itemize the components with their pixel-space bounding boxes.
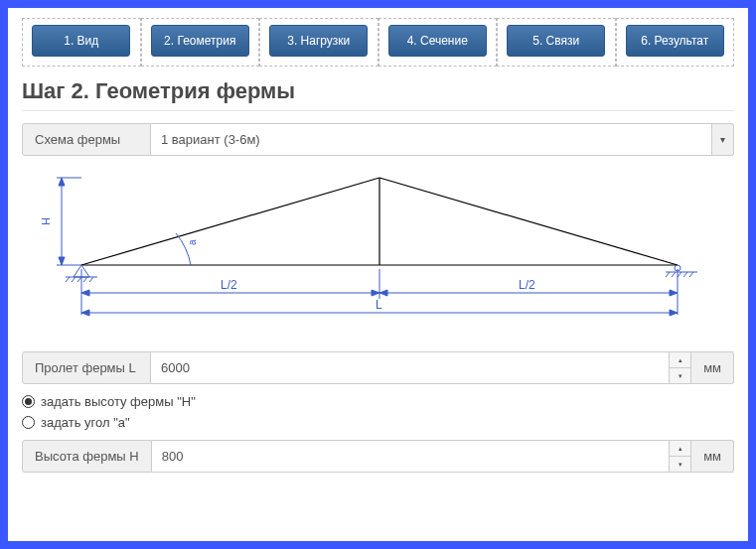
tab-view[interactable]: 1. Вид — [32, 25, 130, 57]
span-label: Пролет фермы L — [22, 351, 151, 384]
scheme-row: Схема фермы 1 вариант (3-6м) ▾ — [22, 123, 734, 156]
step-tabs: 1. Вид 2. Геометрия 3. Нагрузки 4. Сечен… — [22, 18, 734, 67]
svg-line-33 — [689, 272, 693, 277]
svg-line-1 — [81, 178, 379, 265]
svg-marker-16 — [379, 290, 387, 296]
span-unit: мм — [691, 351, 734, 384]
span-label-diagram: L — [376, 298, 382, 312]
svg-marker-7 — [59, 178, 65, 186]
svg-line-30 — [672, 272, 676, 277]
svg-line-24 — [72, 277, 76, 282]
tab-bracing[interactable]: 5. Связи — [507, 25, 605, 57]
tab-result[interactable]: 6. Результат — [626, 25, 724, 57]
svg-marker-19 — [81, 310, 89, 316]
svg-marker-17 — [670, 290, 678, 296]
svg-marker-8 — [59, 257, 65, 265]
span-row: Пролет фермы L 6000 ▴▾ мм — [22, 351, 734, 384]
half-span-left: L/2 — [221, 278, 237, 292]
support-roller-icon — [666, 265, 697, 277]
radio-icon — [22, 395, 35, 408]
svg-marker-14 — [81, 290, 89, 296]
height-input[interactable]: 800 — [152, 440, 670, 473]
height-label: Высота фермы H — [22, 440, 152, 473]
radio-by-angle-label: задать угол "a" — [41, 415, 130, 430]
height-spinner[interactable]: ▴▾ — [670, 440, 691, 473]
svg-marker-20 — [670, 310, 678, 316]
radio-icon — [22, 416, 35, 429]
chevron-down-icon[interactable]: ▾ — [670, 368, 690, 383]
svg-line-32 — [683, 272, 687, 277]
page-title: Шаг 2. Геометрия фермы — [22, 78, 734, 111]
height-unit: мм — [691, 440, 734, 473]
chevron-up-icon[interactable]: ▴ — [670, 352, 690, 368]
scheme-select[interactable]: 1 вариант (3-6м) — [151, 123, 712, 156]
half-span-right: L/2 — [519, 278, 535, 292]
scheme-label: Схема фермы — [22, 123, 151, 156]
height-row: Высота фермы H 800 ▴▾ мм — [22, 440, 734, 473]
radio-by-height[interactable]: задать высоту фермы "H" — [22, 394, 734, 409]
svg-line-29 — [666, 272, 670, 277]
svg-line-31 — [678, 272, 681, 277]
span-spinner[interactable]: ▴▾ — [670, 351, 691, 384]
tab-geometry[interactable]: 2. Геометрия — [151, 25, 249, 57]
svg-line-23 — [66, 277, 70, 282]
svg-line-27 — [89, 277, 93, 282]
svg-line-25 — [77, 277, 81, 282]
angle-label: a — [187, 239, 198, 245]
chevron-down-icon[interactable]: ▾ — [670, 457, 690, 472]
tab-loads[interactable]: 3. Нагрузки — [269, 25, 368, 57]
chevron-down-icon[interactable]: ▾ — [712, 123, 734, 156]
chevron-up-icon[interactable]: ▴ — [670, 441, 690, 457]
radio-by-angle[interactable]: задать угол "a" — [22, 415, 734, 430]
svg-line-26 — [83, 277, 87, 282]
height-label: H — [40, 217, 52, 225]
span-input[interactable]: 6000 — [151, 351, 670, 384]
svg-line-2 — [379, 178, 678, 265]
tab-section[interactable]: 4. Сечение — [388, 25, 487, 57]
radio-by-height-label: задать высоту фермы "H" — [41, 394, 196, 409]
truss-diagram: a H — [22, 166, 734, 338]
